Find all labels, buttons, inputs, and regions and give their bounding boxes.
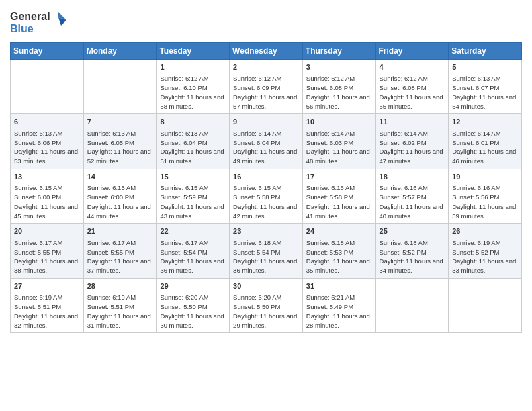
calendar-header: SundayMondayTuesdayWednesdayThursdayFrid… [11,43,522,60]
calendar-cell: 6Sunrise: 6:13 AMSunset: 6:06 PMDaylight… [11,114,84,169]
svg-text:Blue: Blue [10,23,34,34]
calendar-cell: 30Sunrise: 6:20 AMSunset: 5:50 PMDayligh… [230,278,303,332]
day-info: Sunrise: 6:12 AMSunset: 6:08 PMDaylight:… [306,74,372,111]
calendar-body: 1Sunrise: 6:12 AMSunset: 6:10 PMDaylight… [11,60,522,333]
calendar-cell: 29Sunrise: 6:20 AMSunset: 5:50 PMDayligh… [157,278,230,332]
day-number: 7 [87,117,153,127]
day-info: Sunrise: 6:14 AMSunset: 6:03 PMDaylight:… [306,129,372,166]
day-info: Sunrise: 6:19 AMSunset: 5:51 PMDaylight:… [87,293,153,330]
calendar-cell: 14Sunrise: 6:15 AMSunset: 6:00 PMDayligh… [83,169,157,223]
calendar-cell: 20Sunrise: 6:17 AMSunset: 5:55 PMDayligh… [11,224,84,278]
calendar-cell: 7Sunrise: 6:13 AMSunset: 6:05 PMDaylight… [83,114,157,169]
day-info: Sunrise: 6:16 AMSunset: 5:58 PMDaylight:… [306,183,372,220]
day-info: Sunrise: 6:14 AMSunset: 6:02 PMDaylight:… [380,129,445,166]
calendar-cell: 5Sunrise: 6:13 AMSunset: 6:07 PMDaylight… [449,60,522,114]
day-info: Sunrise: 6:13 AMSunset: 6:04 PMDaylight:… [160,129,226,166]
day-info: Sunrise: 6:17 AMSunset: 5:55 PMDaylight:… [87,238,153,275]
logo-svg: GeneralBlue [10,7,71,37]
day-number: 30 [233,281,299,291]
day-number: 12 [452,117,518,127]
day-number: 31 [306,281,372,291]
day-number: 25 [380,226,445,236]
day-info: Sunrise: 6:17 AMSunset: 5:54 PMDaylight:… [160,238,226,275]
calendar-cell [449,278,522,332]
calendar-cell: 12Sunrise: 6:14 AMSunset: 6:01 PMDayligh… [449,114,522,169]
calendar-cell: 26Sunrise: 6:19 AMSunset: 5:52 PMDayligh… [449,224,522,278]
calendar-cell: 13Sunrise: 6:15 AMSunset: 6:00 PMDayligh… [11,169,84,223]
day-info: Sunrise: 6:20 AMSunset: 5:50 PMDaylight:… [160,293,226,330]
weekday-header-friday: Friday [375,43,449,60]
calendar-cell: 1Sunrise: 6:12 AMSunset: 6:10 PMDaylight… [157,60,230,114]
weekday-header-monday: Monday [83,43,157,60]
day-number: 6 [14,117,80,127]
calendar-cell: 16Sunrise: 6:15 AMSunset: 5:58 PMDayligh… [230,169,303,223]
calendar-cell: 25Sunrise: 6:18 AMSunset: 5:52 PMDayligh… [375,224,449,278]
day-info: Sunrise: 6:15 AMSunset: 6:00 PMDaylight:… [87,183,153,220]
day-number: 28 [87,281,153,291]
day-number: 23 [233,226,299,236]
calendar-cell: 8Sunrise: 6:13 AMSunset: 6:04 PMDaylight… [157,114,230,169]
calendar-cell: 27Sunrise: 6:19 AMSunset: 5:51 PMDayligh… [11,278,84,332]
day-info: Sunrise: 6:13 AMSunset: 6:05 PMDaylight:… [87,129,153,166]
calendar-table: SundayMondayTuesdayWednesdayThursdayFrid… [10,42,522,333]
day-number: 17 [306,172,372,182]
day-info: Sunrise: 6:16 AMSunset: 5:57 PMDaylight:… [380,183,445,220]
day-number: 26 [452,226,518,236]
day-number: 11 [380,117,445,127]
day-info: Sunrise: 6:18 AMSunset: 5:54 PMDaylight:… [233,238,299,275]
calendar-cell: 31Sunrise: 6:21 AMSunset: 5:49 PMDayligh… [302,278,375,332]
day-number: 14 [87,172,153,182]
day-number: 4 [380,62,445,73]
day-info: Sunrise: 6:13 AMSunset: 6:07 PMDaylight:… [452,74,518,111]
day-number: 24 [306,226,372,236]
day-number: 13 [14,172,80,182]
day-number: 8 [160,117,226,127]
day-number: 15 [160,172,226,182]
day-info: Sunrise: 6:15 AMSunset: 5:58 PMDaylight:… [233,183,299,220]
day-info: Sunrise: 6:21 AMSunset: 5:49 PMDaylight:… [306,293,372,330]
header: GeneralBlue [10,7,522,37]
day-info: Sunrise: 6:12 AMSunset: 6:09 PMDaylight:… [233,74,299,111]
day-number: 5 [452,62,518,73]
calendar-week-3: 13Sunrise: 6:15 AMSunset: 6:00 PMDayligh… [11,169,522,223]
day-number: 16 [233,172,299,182]
weekday-header-sunday: Sunday [11,43,84,60]
logo: GeneralBlue [10,7,71,37]
day-info: Sunrise: 6:19 AMSunset: 5:51 PMDaylight:… [14,293,80,330]
calendar-cell: 18Sunrise: 6:16 AMSunset: 5:57 PMDayligh… [375,169,449,223]
day-info: Sunrise: 6:14 AMSunset: 6:01 PMDaylight:… [452,129,518,166]
day-number: 22 [160,226,226,236]
calendar-cell [83,60,157,114]
weekday-header-wednesday: Wednesday [230,43,303,60]
weekday-header-tuesday: Tuesday [157,43,230,60]
day-number: 27 [14,281,80,291]
calendar-week-1: 1Sunrise: 6:12 AMSunset: 6:10 PMDaylight… [11,60,522,114]
day-info: Sunrise: 6:15 AMSunset: 5:59 PMDaylight:… [160,183,226,220]
day-number: 9 [233,117,299,127]
day-info: Sunrise: 6:19 AMSunset: 5:52 PMDaylight:… [452,238,518,275]
weekday-header-saturday: Saturday [449,43,522,60]
calendar-week-5: 27Sunrise: 6:19 AMSunset: 5:51 PMDayligh… [11,278,522,332]
calendar-cell: 11Sunrise: 6:14 AMSunset: 6:02 PMDayligh… [375,114,449,169]
calendar-cell: 10Sunrise: 6:14 AMSunset: 6:03 PMDayligh… [302,114,375,169]
calendar-cell: 15Sunrise: 6:15 AMSunset: 5:59 PMDayligh… [157,169,230,223]
day-info: Sunrise: 6:14 AMSunset: 6:04 PMDaylight:… [233,129,299,166]
day-info: Sunrise: 6:15 AMSunset: 6:00 PMDaylight:… [14,183,80,220]
calendar-container: GeneralBlue SundayMondayTuesdayWednesday… [0,0,532,411]
day-info: Sunrise: 6:13 AMSunset: 6:06 PMDaylight:… [14,129,80,166]
calendar-cell: 28Sunrise: 6:19 AMSunset: 5:51 PMDayligh… [83,278,157,332]
day-number: 10 [306,117,372,127]
day-info: Sunrise: 6:12 AMSunset: 6:08 PMDaylight:… [380,74,445,111]
day-number: 29 [160,281,226,291]
day-info: Sunrise: 6:18 AMSunset: 5:52 PMDaylight:… [380,238,445,275]
calendar-cell: 17Sunrise: 6:16 AMSunset: 5:58 PMDayligh… [302,169,375,223]
weekday-row: SundayMondayTuesdayWednesdayThursdayFrid… [11,43,522,60]
day-number: 20 [14,226,80,236]
calendar-cell: 19Sunrise: 6:16 AMSunset: 5:56 PMDayligh… [449,169,522,223]
day-info: Sunrise: 6:20 AMSunset: 5:50 PMDaylight:… [233,293,299,330]
calendar-week-2: 6Sunrise: 6:13 AMSunset: 6:06 PMDaylight… [11,114,522,169]
calendar-cell: 21Sunrise: 6:17 AMSunset: 5:55 PMDayligh… [83,224,157,278]
day-info: Sunrise: 6:12 AMSunset: 6:10 PMDaylight:… [160,74,226,111]
day-info: Sunrise: 6:17 AMSunset: 5:55 PMDaylight:… [14,238,80,275]
calendar-cell: 23Sunrise: 6:18 AMSunset: 5:54 PMDayligh… [230,224,303,278]
